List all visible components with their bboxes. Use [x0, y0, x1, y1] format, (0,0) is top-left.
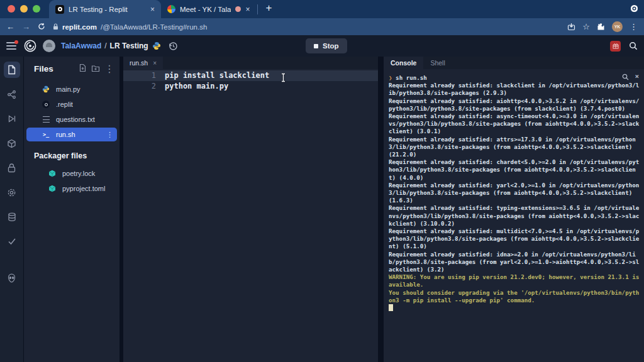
tab-title: LR Testing - Replit	[69, 6, 146, 13]
tab-separator	[257, 4, 258, 14]
reload-button[interactable]	[38, 23, 45, 31]
meet-favicon	[167, 5, 175, 13]
browser-tabstrip: LR Testing - Replit × Meet - YK / Tala ×…	[0, 0, 644, 18]
file-row-poetry-lock[interactable]: poetry.lock	[26, 167, 117, 180]
back-button[interactable]: ←	[6, 23, 14, 31]
replit-icon	[42, 100, 50, 109]
save-share-icon[interactable]	[567, 23, 575, 31]
url-domain: replit.com	[62, 23, 97, 31]
tab-console[interactable]: Console	[384, 57, 423, 69]
replit-favicon	[55, 5, 64, 14]
files-panel-title: Files	[34, 64, 74, 74]
add-folder-icon[interactable]	[91, 63, 100, 75]
tab-shell[interactable]: Shell	[423, 57, 452, 69]
file-row-run-sh[interactable]: >_ run.sh ⋮	[26, 128, 117, 141]
file-menu-icon[interactable]: ⋮	[106, 131, 113, 139]
new-tab-button[interactable]: +	[262, 2, 278, 18]
file-row-pyproject-toml[interactable]: pyproject.toml	[26, 182, 117, 195]
breadcrumb-username[interactable]: TalaAwwad	[61, 41, 101, 50]
gift-icon[interactable]	[610, 41, 621, 52]
minimize-window-button[interactable]	[20, 5, 28, 13]
poetry-icon	[48, 184, 57, 193]
editor-pane: run.sh × 1 pip install slackclient 2 pyt…	[123, 57, 378, 362]
record-indicator-icon	[631, 5, 638, 12]
screen: LR Testing - Replit × Meet - YK / Tala ×…	[0, 0, 644, 362]
code-line: 2 python main.py	[123, 81, 378, 92]
stop-button[interactable]: Stop	[306, 38, 347, 53]
rail-checks-icon[interactable]	[4, 233, 20, 250]
notification-dot	[14, 40, 18, 44]
editor-tabbar: run.sh ×	[123, 57, 378, 69]
files-panel: Files ⋮ main.py .replit questions.txt >_…	[24, 57, 119, 362]
user-avatar[interactable]	[43, 40, 55, 52]
browser-tab-replit[interactable]: LR Testing - Replit ×	[49, 0, 161, 18]
console-tabbar: Console Shell	[384, 57, 644, 69]
text-cursor-pointer	[280, 73, 286, 82]
extensions-puzzle-icon[interactable]	[597, 23, 605, 31]
console-output-area[interactable]: × ❯ sh run.sh Requirement already satisf…	[384, 69, 644, 362]
editor-tab-run-sh[interactable]: run.sh ×	[123, 57, 163, 69]
history-icon[interactable]	[169, 41, 178, 51]
replit-header: TalaAwwad / LR Testing Stop	[0, 35, 644, 57]
terminal-cursor	[389, 304, 393, 311]
browser-profile-avatar[interactable]: YK	[612, 21, 623, 32]
breadcrumb: TalaAwwad / LR Testing	[61, 41, 148, 50]
rail-secrets-icon[interactable]	[4, 160, 20, 176]
camera-active-dot	[235, 6, 241, 12]
breadcrumb-project[interactable]: LR Testing	[110, 41, 148, 50]
forward-button[interactable]: →	[22, 23, 30, 31]
file-row-questions-txt[interactable]: questions.txt	[26, 112, 117, 126]
files-menu-icon[interactable]: ⋮	[104, 63, 114, 75]
python-icon	[42, 85, 50, 94]
hamburger-menu-icon[interactable]	[6, 42, 16, 50]
url-path: /@TalaAwwad/LR-Testing#run.sh	[101, 23, 207, 31]
tab-title: Meet - YK / Tala	[180, 6, 231, 13]
browser-toolbar: ← → replit.com/@TalaAwwad/LR-Testing#run…	[0, 18, 644, 35]
console-pane: Console Shell × ❯ sh run.sh Requirement …	[384, 57, 644, 362]
code-line: 1 pip install slackclient	[123, 70, 378, 81]
packager-files-section-title: Packager files	[24, 143, 119, 165]
code-editor[interactable]: 1 pip install slackclient 2 python main.…	[123, 69, 378, 362]
poetry-icon	[48, 169, 57, 178]
rail-settings-icon[interactable]	[4, 184, 20, 200]
console-search-icon[interactable]	[622, 74, 629, 80]
browser-tab-meet[interactable]: Meet - YK / Tala ×	[161, 0, 256, 18]
file-row-main-py[interactable]: main.py	[26, 82, 117, 96]
address-bar[interactable]: replit.com/@TalaAwwad/LR-Testing#run.sh	[53, 23, 560, 31]
left-rail	[0, 57, 24, 362]
search-icon[interactable]	[629, 41, 638, 50]
prompt-icon: ❯	[389, 74, 392, 81]
close-tab-icon[interactable]: ×	[150, 6, 155, 13]
close-editor-tab-icon[interactable]: ×	[153, 60, 157, 67]
text-file-icon	[42, 115, 50, 124]
rail-debugger-icon[interactable]	[4, 111, 20, 127]
console-command-line: ❯ sh run.sh	[389, 74, 641, 82]
rail-files-icon[interactable]	[4, 62, 20, 78]
padlock-icon	[53, 23, 58, 30]
close-window-button[interactable]	[8, 5, 15, 13]
zoom-window-button[interactable]	[33, 5, 40, 13]
browser-menu-icon[interactable]: ⋮	[630, 23, 638, 31]
rail-packages-icon[interactable]	[4, 135, 20, 151]
add-file-icon[interactable]	[79, 63, 87, 75]
terminal-icon: >_	[42, 130, 50, 139]
python-language-icon	[152, 41, 161, 50]
replit-logo-icon[interactable]	[24, 40, 36, 52]
file-row-dot-replit[interactable]: .replit	[26, 97, 117, 111]
rail-database-icon[interactable]	[4, 209, 20, 225]
rail-community-alien-icon[interactable]	[4, 270, 20, 286]
console-output: Requirement already satisfied: slackclie…	[389, 82, 639, 312]
console-close-icon[interactable]: ×	[635, 73, 639, 80]
window-controls[interactable]	[0, 5, 49, 18]
close-tab-icon[interactable]: ×	[245, 6, 250, 13]
bookmark-star-icon[interactable]: ☆	[582, 23, 590, 31]
stop-square-icon	[314, 44, 318, 48]
rail-version-control-icon[interactable]	[4, 86, 20, 102]
